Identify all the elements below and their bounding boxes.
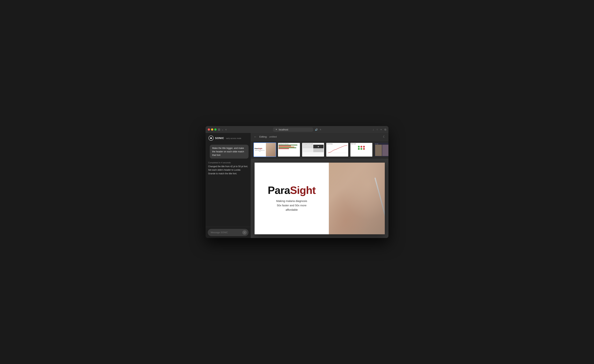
- slide-thumb-inner-6: Our Team: [375, 143, 388, 157]
- slide-preview-area: ParaSight Making malaria diagnosis50x fa…: [251, 159, 388, 238]
- slide-thumbnail-3[interactable]: Technological Breakthroughs ▓▓: [302, 142, 324, 157]
- sonic-logo-icon: [209, 135, 214, 141]
- speaker-icon[interactable]: 🔊: [315, 128, 318, 131]
- slide-thumb-inner-1: ParaSight Making malaria diagnosis 50x f…: [254, 143, 276, 157]
- slide-thumbnail-5[interactable]: Market Leader: [350, 142, 373, 157]
- sidebar-toggle-icon[interactable]: ⊡: [218, 128, 220, 131]
- chat-input-area: ↑: [206, 227, 251, 238]
- address-bar[interactable]: ✦ localhost: [273, 128, 313, 132]
- slide-subtitle: Making malaria diagnosis50x faster and 5…: [276, 199, 307, 212]
- traffic-lights: [208, 128, 216, 131]
- reader-icon[interactable]: ≡: [320, 128, 321, 131]
- ai-response: Completed in 4 seconds Changed the title…: [208, 161, 249, 176]
- ai-response-text: Changed the title from 42 pt to 50 pt fo…: [208, 165, 248, 175]
- slide-right: [329, 163, 385, 234]
- address-text: localhost: [279, 128, 288, 131]
- slide-thumbnail-1[interactable]: ParaSight Making malaria diagnosis 50x f…: [253, 142, 276, 157]
- share-icon[interactable]: ↑: [377, 128, 378, 131]
- back-navigation-icon[interactable]: ‹: [225, 128, 226, 131]
- slide-title-sight: Sight: [290, 184, 316, 196]
- chat-input[interactable]: [211, 231, 241, 234]
- site-icon: ✦: [275, 128, 277, 131]
- editor-toolbar-right: ☾: [383, 135, 385, 138]
- needle-decoration: [374, 178, 385, 226]
- ai-status-label: Completed in 4 seconds: [208, 162, 248, 164]
- address-bar-actions: 🔊 ≡: [315, 128, 321, 131]
- send-icon: ↑: [244, 231, 245, 234]
- thumb1-left: ParaSight Making malaria diagnosis 50x f…: [254, 143, 266, 157]
- dark-mode-icon[interactable]: ☾: [383, 135, 385, 138]
- minimize-button[interactable]: [211, 128, 213, 131]
- app-badge-label: early access mode: [226, 137, 241, 139]
- main-content: SONIC early access mode Make the title b…: [206, 133, 388, 238]
- editor-back-button[interactable]: ←: [254, 135, 257, 138]
- slide-thumbnail-2[interactable]: Innovating on the status quo: [278, 142, 300, 157]
- editing-title[interactable]: untitled: [269, 135, 277, 138]
- chat-panel: SONIC early access mode Make the title b…: [206, 133, 251, 238]
- slide-left: ParaSight Making malaria diagnosis50x fa…: [255, 163, 329, 234]
- app-name-group: SONIC early access mode: [215, 136, 241, 140]
- slide-thumbnail-6[interactable]: Our Team: [374, 142, 388, 157]
- editing-label: Editing:: [259, 135, 267, 138]
- slide-thumbnails: ParaSight Making malaria diagnosis 50x f…: [251, 141, 388, 159]
- slide-thumb-inner-4: Growth Strategy: [326, 143, 348, 157]
- title-bar-right: ↓ ↑ + ⧉: [373, 128, 386, 131]
- slide-thumb-inner-3: Technological Breakthroughs ▓▓: [302, 143, 324, 157]
- thumb1-title: ParaSight: [255, 148, 265, 149]
- slide-right-content: [329, 163, 385, 234]
- slide-title: ParaSight: [268, 185, 316, 195]
- chat-input-wrapper: ↑: [208, 229, 249, 236]
- chevron-down-icon[interactable]: ⌄: [222, 128, 223, 131]
- slide-thumb-inner-5: Market Leader: [351, 143, 372, 157]
- windows-icon[interactable]: ⧉: [385, 128, 386, 131]
- address-bar-container: ✦ localhost 🔊 ≡: [273, 128, 321, 132]
- title-bar: ⊡ ⌄ ‹ ✦ localhost 🔊 ≡ ↓ ↑ + ⧉: [206, 126, 388, 133]
- slide-title-para: Para: [268, 184, 290, 196]
- title-bar-controls: ⊡ ⌄ ‹: [218, 128, 226, 131]
- user-message: Make the title bigger, and make the head…: [210, 145, 249, 159]
- slide-main: ParaSight Making malaria diagnosis50x fa…: [255, 163, 385, 234]
- slide-thumbnail-4[interactable]: Growth Strategy: [326, 142, 349, 157]
- chat-send-button[interactable]: ↑: [242, 230, 247, 235]
- chat-messages: Make the title bigger, and make the head…: [206, 143, 251, 227]
- thumb1-right: [266, 143, 276, 157]
- new-tab-icon[interactable]: +: [380, 128, 382, 131]
- close-button[interactable]: [208, 128, 210, 131]
- editor-toolbar: ← Editing: untitled ☾: [251, 133, 388, 141]
- app-logo: SONIC early access mode: [206, 133, 251, 143]
- app-name-label: SONIC: [215, 137, 224, 140]
- download-icon[interactable]: ↓: [373, 128, 374, 131]
- app-window: ⊡ ⌄ ‹ ✦ localhost 🔊 ≡ ↓ ↑ + ⧉: [206, 126, 388, 238]
- slide-thumb-inner-2: Innovating on the status quo: [278, 143, 300, 157]
- maximize-button[interactable]: [214, 128, 216, 131]
- editor-panel: ← Editing: untitled ☾ ParaSight: [251, 133, 388, 238]
- growth-chart: [327, 145, 348, 154]
